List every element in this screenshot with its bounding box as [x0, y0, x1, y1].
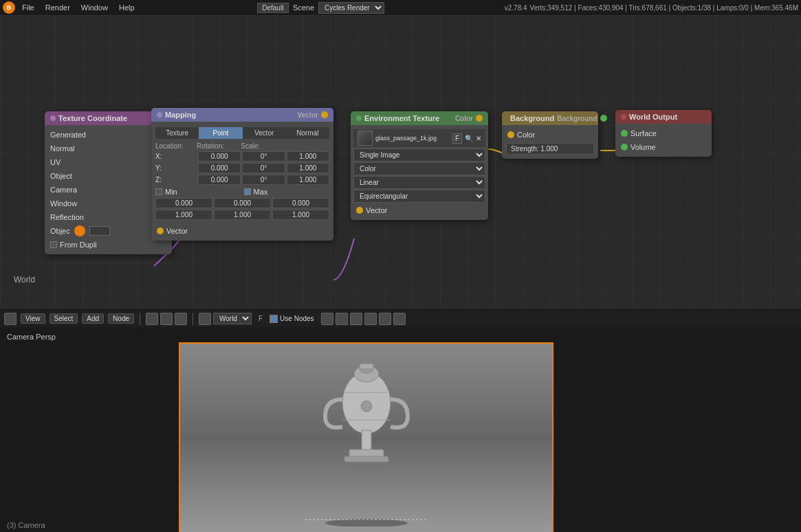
add-menu[interactable]: Add	[82, 313, 104, 324]
tab-vector[interactable]: Vector	[243, 127, 286, 139]
obj-field[interactable]	[89, 226, 110, 236]
node-world-output-header: World Output	[615, 110, 712, 124]
world-icon[interactable]	[199, 313, 211, 325]
shader-editor-toolbar: View Select Add Node World F Use Nodes	[0, 309, 801, 327]
shade-icon3[interactable]	[175, 313, 187, 325]
input-color	[507, 131, 514, 138]
extra-icon3[interactable]	[350, 313, 362, 325]
blender-logo: B	[3, 1, 15, 14]
separator	[140, 313, 140, 325]
use-nodes-row[interactable]: Use Nodes	[270, 315, 314, 323]
viewport-shade-icons[interactable]	[146, 313, 187, 325]
volume-input-row: Volume	[615, 140, 712, 154]
extra-icon6[interactable]	[393, 313, 406, 325]
extra-icon5[interactable]	[379, 313, 391, 325]
rot-y-input[interactable]	[242, 163, 285, 173]
node-title: Environment Texture	[364, 114, 439, 122]
min-y-input[interactable]	[214, 198, 271, 208]
svg-rect-6	[344, 456, 388, 462]
node-menu[interactable]: Node	[108, 313, 134, 324]
color-label: Color	[455, 115, 473, 122]
minmax-section: Min Max	[151, 186, 333, 198]
menu-help[interactable]: Help	[116, 3, 138, 12]
extra-icon[interactable]	[321, 313, 333, 325]
vector-socket-row: Vector	[351, 203, 488, 217]
world-label: World	[14, 275, 35, 285]
mapping-tabs[interactable]: Texture Point Vector Normal	[155, 127, 329, 139]
editor-icon[interactable]	[4, 313, 17, 325]
rot-x-input[interactable]	[242, 151, 285, 162]
node-background-header: Background Background	[502, 111, 598, 125]
view-menu[interactable]: View	[21, 313, 45, 324]
input-volume	[621, 144, 628, 151]
node-title: Background	[510, 114, 554, 122]
shader-editor-scrollbar[interactable]	[0, 304, 801, 309]
rot-z-input[interactable]	[242, 175, 285, 185]
node-mapping-body: Texture Point Vector Normal Location: Ro…	[151, 122, 333, 241]
node-title: Texture Coordinate	[58, 114, 127, 122]
node-mapping[interactable]: Mapping Vector Texture Point Vector Norm…	[151, 108, 333, 241]
color-space-select[interactable]: Color	[353, 162, 485, 175]
trophy-object	[305, 362, 428, 527]
editor-type-icons[interactable]	[4, 313, 17, 325]
max-checkbox-row[interactable]: Max	[244, 188, 330, 196]
loc-y-input[interactable]	[198, 163, 241, 173]
node-background[interactable]: Background Background Color Strength: 1.…	[502, 111, 598, 159]
from-dupli-checkbox[interactable]	[50, 241, 57, 248]
loc-x-input[interactable]	[198, 151, 241, 162]
scale-y-input[interactable]	[287, 163, 329, 173]
node-environment-texture[interactable]: Environment Texture Color glass_passage_…	[351, 111, 488, 220]
use-nodes-checkbox[interactable]	[270, 315, 278, 323]
background-socket-label: Background	[557, 115, 597, 122]
layout-selector[interactable]: Default	[257, 3, 289, 13]
render-inner: ⊕	[180, 344, 552, 532]
node-env-header: Environment Texture Color	[351, 111, 488, 125]
shader-editor: Texture Coordinate Generated Normal UV O…	[0, 15, 801, 309]
world-select-row[interactable]: World	[199, 313, 252, 325]
shade-icon2[interactable]	[160, 313, 173, 325]
interpolation-select[interactable]: Linear	[353, 176, 485, 189]
input-surface	[621, 130, 628, 137]
strength-field[interactable]: Strength: 1.000	[506, 143, 594, 155]
projection-select[interactable]: Equirectangular	[353, 190, 485, 203]
tab-point[interactable]: Point	[199, 127, 242, 139]
color-input-row[interactable]: Color	[502, 128, 598, 142]
tab-normal[interactable]: Normal	[286, 127, 329, 139]
version-info: v2.78.4	[505, 4, 527, 12]
select-menu[interactable]: Select	[50, 313, 78, 324]
max-checkbox[interactable]	[244, 188, 251, 195]
svg-rect-4	[362, 430, 371, 451]
menu-file[interactable]: File	[19, 3, 37, 12]
menu-render[interactable]: Render	[43, 3, 73, 12]
menu-bar[interactable]: File Render Window Help	[19, 3, 138, 12]
min-checkbox[interactable]	[155, 188, 162, 195]
scale-z-input[interactable]	[287, 175, 329, 185]
output-background	[600, 115, 607, 122]
max-x-input[interactable]	[155, 210, 212, 220]
image-mode-select[interactable]: Single Image	[353, 148, 485, 162]
extra-icon2[interactable]	[336, 313, 348, 325]
min-z-input[interactable]	[272, 198, 329, 208]
input-vector	[157, 228, 164, 234]
stats-info: Verts:349,512 | Faces:430,904 | Tris:678…	[530, 4, 798, 12]
shade-icon[interactable]	[146, 313, 158, 325]
node-world-output[interactable]: World Output Surface Volume	[615, 110, 712, 157]
menu-window[interactable]: Window	[78, 3, 111, 12]
image-row[interactable]: glass_passage_1k.jpg F 🔍 ✕	[353, 129, 485, 147]
world-selector[interactable]: World	[213, 313, 252, 324]
image-thumbnail	[358, 131, 373, 146]
min-x-input[interactable]	[155, 198, 212, 208]
separator2	[193, 313, 193, 325]
node-type-dot	[157, 112, 162, 118]
tab-texture[interactable]: Texture	[155, 127, 199, 139]
surface-input-row: Surface	[615, 126, 712, 140]
max-z-input[interactable]	[272, 210, 329, 220]
render-engine-select[interactable]: Cycles Render	[318, 2, 384, 14]
wire-mapping-env	[333, 239, 354, 280]
max-y-input[interactable]	[214, 210, 271, 220]
min-checkbox-row[interactable]: Min	[155, 188, 241, 196]
loc-z-input[interactable]	[198, 175, 241, 185]
extra-icons[interactable]	[321, 313, 406, 325]
extra-icon4[interactable]	[364, 313, 377, 325]
scale-x-input[interactable]	[287, 151, 329, 162]
